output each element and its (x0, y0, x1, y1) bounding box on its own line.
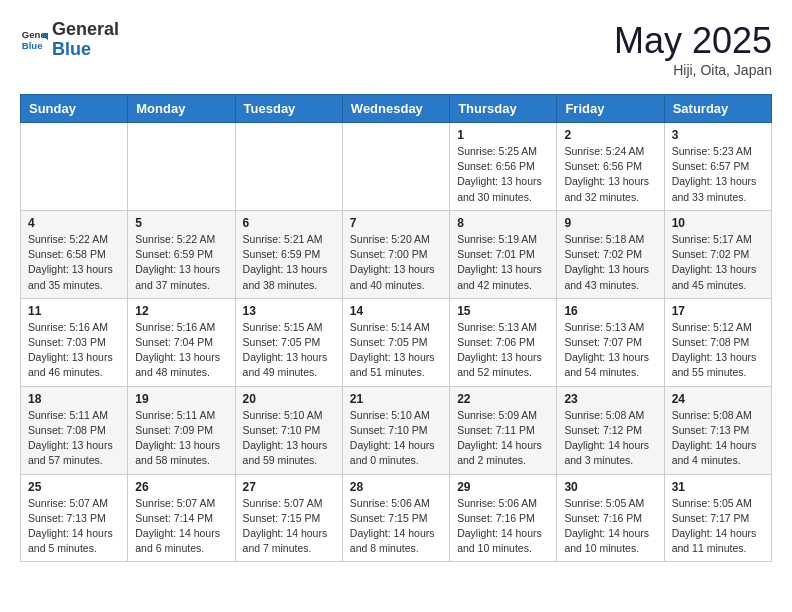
day-number: 27 (243, 480, 335, 494)
day-number: 22 (457, 392, 549, 406)
calendar-cell: 5Sunrise: 5:22 AMSunset: 6:59 PMDaylight… (128, 210, 235, 298)
day-number: 16 (564, 304, 656, 318)
logo-text: General Blue (52, 20, 119, 60)
day-number: 26 (135, 480, 227, 494)
day-info: Sunrise: 5:19 AMSunset: 7:01 PMDaylight:… (457, 232, 549, 293)
day-number: 4 (28, 216, 120, 230)
day-info: Sunrise: 5:07 AMSunset: 7:15 PMDaylight:… (243, 496, 335, 557)
day-info: Sunrise: 5:23 AMSunset: 6:57 PMDaylight:… (672, 144, 764, 205)
calendar-cell: 21Sunrise: 5:10 AMSunset: 7:10 PMDayligh… (342, 386, 449, 474)
day-info: Sunrise: 5:10 AMSunset: 7:10 PMDaylight:… (350, 408, 442, 469)
day-info: Sunrise: 5:11 AMSunset: 7:09 PMDaylight:… (135, 408, 227, 469)
calendar-cell: 12Sunrise: 5:16 AMSunset: 7:04 PMDayligh… (128, 298, 235, 386)
day-number: 14 (350, 304, 442, 318)
day-number: 31 (672, 480, 764, 494)
location-subtitle: Hiji, Oita, Japan (614, 62, 772, 78)
weekday-header-friday: Friday (557, 95, 664, 123)
calendar-cell: 7Sunrise: 5:20 AMSunset: 7:00 PMDaylight… (342, 210, 449, 298)
day-number: 28 (350, 480, 442, 494)
day-info: Sunrise: 5:16 AMSunset: 7:03 PMDaylight:… (28, 320, 120, 381)
day-number: 25 (28, 480, 120, 494)
page-header: General Blue General Blue May 2025 Hiji,… (20, 20, 772, 78)
day-info: Sunrise: 5:07 AMSunset: 7:14 PMDaylight:… (135, 496, 227, 557)
weekday-header-sunday: Sunday (21, 95, 128, 123)
day-number: 1 (457, 128, 549, 142)
calendar-cell: 23Sunrise: 5:08 AMSunset: 7:12 PMDayligh… (557, 386, 664, 474)
day-number: 9 (564, 216, 656, 230)
day-number: 6 (243, 216, 335, 230)
day-info: Sunrise: 5:05 AMSunset: 7:16 PMDaylight:… (564, 496, 656, 557)
day-number: 29 (457, 480, 549, 494)
calendar-cell: 10Sunrise: 5:17 AMSunset: 7:02 PMDayligh… (664, 210, 771, 298)
calendar-cell: 29Sunrise: 5:06 AMSunset: 7:16 PMDayligh… (450, 474, 557, 562)
day-number: 10 (672, 216, 764, 230)
day-info: Sunrise: 5:05 AMSunset: 7:17 PMDaylight:… (672, 496, 764, 557)
calendar-cell: 3Sunrise: 5:23 AMSunset: 6:57 PMDaylight… (664, 123, 771, 211)
day-info: Sunrise: 5:22 AMSunset: 6:58 PMDaylight:… (28, 232, 120, 293)
calendar-cell (342, 123, 449, 211)
day-info: Sunrise: 5:22 AMSunset: 6:59 PMDaylight:… (135, 232, 227, 293)
day-number: 12 (135, 304, 227, 318)
calendar-cell: 14Sunrise: 5:14 AMSunset: 7:05 PMDayligh… (342, 298, 449, 386)
day-number: 19 (135, 392, 227, 406)
svg-text:Blue: Blue (22, 40, 43, 51)
weekday-header-row: SundayMondayTuesdayWednesdayThursdayFrid… (21, 95, 772, 123)
calendar-cell: 31Sunrise: 5:05 AMSunset: 7:17 PMDayligh… (664, 474, 771, 562)
day-number: 17 (672, 304, 764, 318)
day-number: 30 (564, 480, 656, 494)
day-number: 24 (672, 392, 764, 406)
logo-icon: General Blue (20, 26, 48, 54)
day-info: Sunrise: 5:09 AMSunset: 7:11 PMDaylight:… (457, 408, 549, 469)
calendar-cell: 2Sunrise: 5:24 AMSunset: 6:56 PMDaylight… (557, 123, 664, 211)
day-number: 20 (243, 392, 335, 406)
day-info: Sunrise: 5:13 AMSunset: 7:06 PMDaylight:… (457, 320, 549, 381)
calendar-cell (235, 123, 342, 211)
day-number: 7 (350, 216, 442, 230)
day-info: Sunrise: 5:08 AMSunset: 7:13 PMDaylight:… (672, 408, 764, 469)
day-info: Sunrise: 5:15 AMSunset: 7:05 PMDaylight:… (243, 320, 335, 381)
logo-blue-text: Blue (52, 40, 119, 60)
weekday-header-wednesday: Wednesday (342, 95, 449, 123)
day-number: 3 (672, 128, 764, 142)
day-info: Sunrise: 5:25 AMSunset: 6:56 PMDaylight:… (457, 144, 549, 205)
day-info: Sunrise: 5:16 AMSunset: 7:04 PMDaylight:… (135, 320, 227, 381)
day-number: 5 (135, 216, 227, 230)
calendar-cell (21, 123, 128, 211)
calendar-cell: 16Sunrise: 5:13 AMSunset: 7:07 PMDayligh… (557, 298, 664, 386)
logo-general-text: General (52, 20, 119, 40)
calendar-cell: 4Sunrise: 5:22 AMSunset: 6:58 PMDaylight… (21, 210, 128, 298)
day-info: Sunrise: 5:24 AMSunset: 6:56 PMDaylight:… (564, 144, 656, 205)
day-info: Sunrise: 5:11 AMSunset: 7:08 PMDaylight:… (28, 408, 120, 469)
day-number: 2 (564, 128, 656, 142)
calendar-cell: 18Sunrise: 5:11 AMSunset: 7:08 PMDayligh… (21, 386, 128, 474)
calendar-week-row: 18Sunrise: 5:11 AMSunset: 7:08 PMDayligh… (21, 386, 772, 474)
day-info: Sunrise: 5:06 AMSunset: 7:16 PMDaylight:… (457, 496, 549, 557)
weekday-header-saturday: Saturday (664, 95, 771, 123)
calendar-cell: 26Sunrise: 5:07 AMSunset: 7:14 PMDayligh… (128, 474, 235, 562)
day-number: 18 (28, 392, 120, 406)
calendar-cell: 27Sunrise: 5:07 AMSunset: 7:15 PMDayligh… (235, 474, 342, 562)
day-number: 8 (457, 216, 549, 230)
day-info: Sunrise: 5:10 AMSunset: 7:10 PMDaylight:… (243, 408, 335, 469)
day-info: Sunrise: 5:17 AMSunset: 7:02 PMDaylight:… (672, 232, 764, 293)
day-info: Sunrise: 5:21 AMSunset: 6:59 PMDaylight:… (243, 232, 335, 293)
calendar-week-row: 25Sunrise: 5:07 AMSunset: 7:13 PMDayligh… (21, 474, 772, 562)
calendar-cell: 13Sunrise: 5:15 AMSunset: 7:05 PMDayligh… (235, 298, 342, 386)
day-number: 13 (243, 304, 335, 318)
day-number: 11 (28, 304, 120, 318)
day-info: Sunrise: 5:18 AMSunset: 7:02 PMDaylight:… (564, 232, 656, 293)
calendar-week-row: 1Sunrise: 5:25 AMSunset: 6:56 PMDaylight… (21, 123, 772, 211)
calendar-cell: 25Sunrise: 5:07 AMSunset: 7:13 PMDayligh… (21, 474, 128, 562)
calendar-cell: 28Sunrise: 5:06 AMSunset: 7:15 PMDayligh… (342, 474, 449, 562)
calendar-cell: 17Sunrise: 5:12 AMSunset: 7:08 PMDayligh… (664, 298, 771, 386)
calendar-cell: 9Sunrise: 5:18 AMSunset: 7:02 PMDaylight… (557, 210, 664, 298)
calendar-cell: 11Sunrise: 5:16 AMSunset: 7:03 PMDayligh… (21, 298, 128, 386)
month-title: May 2025 (614, 20, 772, 62)
title-block: May 2025 Hiji, Oita, Japan (614, 20, 772, 78)
day-info: Sunrise: 5:20 AMSunset: 7:00 PMDaylight:… (350, 232, 442, 293)
weekday-header-tuesday: Tuesday (235, 95, 342, 123)
calendar-cell (128, 123, 235, 211)
day-info: Sunrise: 5:13 AMSunset: 7:07 PMDaylight:… (564, 320, 656, 381)
calendar-cell: 30Sunrise: 5:05 AMSunset: 7:16 PMDayligh… (557, 474, 664, 562)
day-number: 15 (457, 304, 549, 318)
